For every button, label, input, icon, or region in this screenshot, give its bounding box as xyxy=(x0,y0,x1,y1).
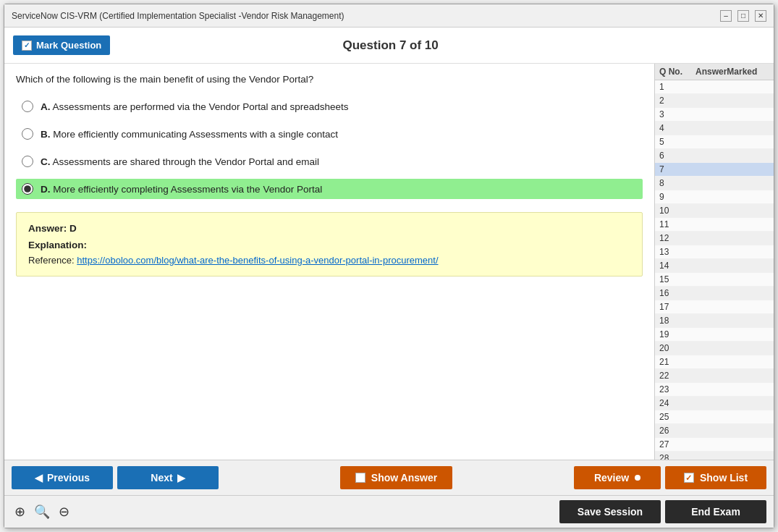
answer-box: Answer: D Explanation: Reference: https:… xyxy=(16,212,643,276)
top-bar: ✓ Mark Question Question 7 of 10 xyxy=(4,28,774,64)
sidebar-row[interactable]: 11 xyxy=(655,218,774,232)
sidebar-row[interactable]: 8 xyxy=(655,177,774,190)
sidebar-row[interactable]: 1 xyxy=(655,80,774,94)
option-d-text: D. More efficiently completing Assessmen… xyxy=(41,184,322,195)
sidebar-row[interactable]: 3 xyxy=(655,108,774,122)
question-panel: Which of the following is the main benef… xyxy=(4,64,654,460)
option-b-radio[interactable] xyxy=(22,128,33,140)
next-label: Next xyxy=(151,472,172,484)
sidebar-qno: 26 xyxy=(659,426,695,436)
sidebar-header: Q No. Answer Marked xyxy=(655,64,774,80)
show-answer-button[interactable]: Show Answer xyxy=(340,466,452,489)
question-title: Question 7 of 10 xyxy=(343,38,439,53)
content-area: ✓ Mark Question Question 7 of 10 Which o… xyxy=(4,28,774,528)
sidebar-row[interactable]: 9 xyxy=(655,190,774,204)
option-d-radio[interactable] xyxy=(22,183,33,195)
sidebar-row[interactable]: 14 xyxy=(655,259,774,273)
show-list-checkbox-icon: ✓ xyxy=(684,473,694,483)
sidebar-list: 1234567891011121314151617181920212223242… xyxy=(655,80,774,460)
sidebar-row[interactable]: 4 xyxy=(655,122,774,135)
option-d-row: D. More efficiently completing Assessmen… xyxy=(16,179,643,199)
mark-question-label: Mark Question xyxy=(36,40,101,51)
sidebar-qno: 8 xyxy=(659,178,695,188)
sidebar-row[interactable]: 12 xyxy=(655,232,774,245)
sidebar-qno: 9 xyxy=(659,192,695,202)
option-a-radio[interactable] xyxy=(22,101,33,112)
sidebar-row[interactable]: 22 xyxy=(655,369,774,383)
sidebar-row[interactable]: 17 xyxy=(655,300,774,314)
sidebar-qno: 6 xyxy=(659,151,695,161)
sidebar-qno: 15 xyxy=(659,274,695,284)
sidebar-qno: 13 xyxy=(659,247,695,257)
option-a-row: A. Assessments are performed via the Ven… xyxy=(16,96,643,117)
maximize-button[interactable]: □ xyxy=(737,10,749,22)
minimize-button[interactable]: – xyxy=(720,10,732,22)
sidebar-row[interactable]: 10 xyxy=(655,204,774,218)
show-list-button[interactable]: ✓ Show List xyxy=(665,466,766,489)
zoom-controls: ⊕ 🔍 ⊖ xyxy=(12,502,72,521)
sidebar-row[interactable]: 27 xyxy=(655,438,774,452)
sidebar-qno: 24 xyxy=(659,398,695,408)
sidebar-row[interactable]: 2 xyxy=(655,94,774,108)
sidebar-row[interactable]: 26 xyxy=(655,424,774,438)
zoom-in-button[interactable]: ⊕ xyxy=(12,502,28,521)
sidebar-row[interactable]: 24 xyxy=(655,397,774,410)
bottom-row1: ◀ Previous Next ▶ Show Answer Review xyxy=(4,460,774,495)
reference-prefix: Reference: xyxy=(28,255,77,266)
save-session-label: Save Session xyxy=(578,506,643,518)
question-text: Which of the following is the main benef… xyxy=(16,74,643,85)
right-buttons: Review ✓ Show List xyxy=(574,466,766,489)
sidebar-row[interactable]: 20 xyxy=(655,342,774,355)
sidebar-row[interactable]: 23 xyxy=(655,383,774,397)
sidebar-qno: 22 xyxy=(659,371,695,381)
sidebar-qno: 21 xyxy=(659,357,695,367)
review-button[interactable]: Review xyxy=(574,466,661,489)
sidebar-row[interactable]: 18 xyxy=(655,314,774,328)
sidebar: Q No. Answer Marked 12345678910111213141… xyxy=(654,64,774,460)
sidebar-row[interactable]: 25 xyxy=(655,410,774,424)
sidebar-row[interactable]: 13 xyxy=(655,245,774,259)
window-controls: – □ ✕ xyxy=(720,10,766,22)
option-b-text: B. More efficiently communicating Assess… xyxy=(41,129,338,140)
sidebar-row[interactable]: 19 xyxy=(655,328,774,342)
sidebar-qno: 17 xyxy=(659,302,695,312)
next-button[interactable]: Next ▶ xyxy=(117,466,219,489)
next-arrow-icon: ▶ xyxy=(177,472,185,484)
sidebar-qno: 25 xyxy=(659,412,695,422)
option-c-row: C. Assessments are shared through the Ve… xyxy=(16,151,643,172)
reference-line: Reference: https://oboloo.com/blog/what-… xyxy=(28,255,630,266)
save-session-button[interactable]: Save Session xyxy=(559,500,661,523)
sidebar-qno: 3 xyxy=(659,109,695,119)
end-exam-button[interactable]: End Exam xyxy=(665,500,766,523)
previous-button[interactable]: ◀ Previous xyxy=(12,466,113,489)
zoom-out-button[interactable]: ⊖ xyxy=(56,502,72,521)
sidebar-row[interactable]: 6 xyxy=(655,149,774,163)
sidebar-qno: 1 xyxy=(659,82,695,92)
sidebar-qno: 23 xyxy=(659,384,695,394)
sidebar-qno: 4 xyxy=(659,123,695,133)
option-c-radio[interactable] xyxy=(22,156,33,167)
close-button[interactable]: ✕ xyxy=(755,10,766,22)
show-answer-checkbox-icon xyxy=(355,473,365,483)
sidebar-qno: 10 xyxy=(659,206,695,216)
sidebar-row[interactable]: 21 xyxy=(655,355,774,369)
sidebar-qno: 18 xyxy=(659,316,695,326)
reference-link[interactable]: https://oboloo.com/blog/what-are-the-ben… xyxy=(77,255,438,266)
previous-label: Previous xyxy=(47,472,90,484)
sidebar-col-answer: Answer xyxy=(695,67,727,77)
sidebar-row[interactable]: 16 xyxy=(655,287,774,300)
end-exam-label: End Exam xyxy=(691,506,740,518)
answer-label: Answer: D xyxy=(28,223,630,234)
bottom-right-buttons: Save Session End Exam xyxy=(559,500,766,523)
sidebar-qno: 20 xyxy=(659,343,695,353)
mark-question-button[interactable]: ✓ Mark Question xyxy=(13,35,110,55)
sidebar-row[interactable]: 5 xyxy=(655,135,774,149)
sidebar-qno: 19 xyxy=(659,329,695,339)
sidebar-qno: 11 xyxy=(659,219,695,229)
zoom-normal-button[interactable]: 🔍 xyxy=(31,502,53,521)
sidebar-row[interactable]: 7 xyxy=(655,163,774,177)
sidebar-row[interactable]: 15 xyxy=(655,273,774,287)
sidebar-row[interactable]: 28 xyxy=(655,452,774,460)
sidebar-qno: 5 xyxy=(659,137,695,147)
review-label: Review xyxy=(594,472,629,484)
